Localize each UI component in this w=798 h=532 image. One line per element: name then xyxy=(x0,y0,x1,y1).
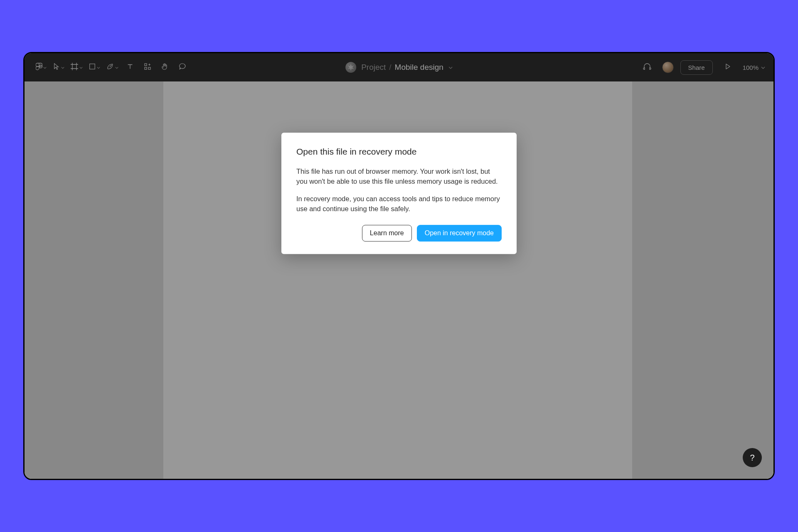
shape-tool-button[interactable] xyxy=(86,59,103,76)
comment-tool-button[interactable] xyxy=(174,59,191,76)
figma-logo-icon xyxy=(36,62,42,73)
text-tool-button[interactable] xyxy=(122,59,138,76)
zoom-value: 100% xyxy=(743,64,759,71)
main-menu-button[interactable] xyxy=(33,59,49,76)
user-avatar[interactable] xyxy=(662,62,674,73)
dialog-body: This file has run out of browser memory.… xyxy=(296,167,502,214)
toolbar-tools xyxy=(33,59,191,76)
chevron-down-icon xyxy=(43,64,47,71)
svg-rect-7 xyxy=(145,67,147,69)
svg-rect-8 xyxy=(148,67,150,69)
pen-tool-button[interactable] xyxy=(103,59,121,76)
dialog-paragraph: This file has run out of browser memory.… xyxy=(296,167,502,187)
resources-icon xyxy=(143,62,152,72)
breadcrumb-project[interactable]: Project xyxy=(361,63,386,72)
frame-tool-button[interactable] xyxy=(68,59,85,76)
audio-huddle-button[interactable] xyxy=(639,59,655,76)
chevron-down-icon[interactable] xyxy=(448,63,453,72)
breadcrumb-separator: / xyxy=(389,63,391,72)
frame-icon xyxy=(70,62,79,72)
cursor-icon xyxy=(53,63,60,72)
move-tool-button[interactable] xyxy=(50,59,67,76)
chevron-down-icon xyxy=(61,64,64,71)
app-window: Project / Mobile design Share xyxy=(23,52,775,480)
question-mark-icon: ? xyxy=(750,453,754,463)
headphones-icon xyxy=(643,62,652,73)
svg-rect-6 xyxy=(145,64,147,66)
comment-icon xyxy=(178,62,187,72)
learn-more-button[interactable]: Learn more xyxy=(362,225,412,241)
hand-icon xyxy=(161,62,169,72)
chevron-down-icon xyxy=(115,64,118,71)
play-icon xyxy=(724,63,731,71)
help-button[interactable]: ? xyxy=(743,448,762,467)
zoom-control[interactable]: 100% xyxy=(743,64,765,71)
dialog-paragraph: In recovery mode, you can access tools a… xyxy=(296,194,502,214)
dialog-actions: Learn more Open in recovery mode xyxy=(296,225,502,241)
present-button[interactable] xyxy=(719,59,736,76)
breadcrumb: Project / Mobile design xyxy=(345,62,453,73)
toolbar-right: Share 100% xyxy=(639,59,765,76)
chevron-down-icon xyxy=(97,64,100,71)
chevron-down-icon xyxy=(761,64,765,71)
svg-rect-5 xyxy=(90,64,95,69)
chevron-down-icon xyxy=(79,64,83,71)
hand-tool-button[interactable] xyxy=(157,59,173,76)
recovery-mode-dialog: Open this file in recovery mode This fil… xyxy=(281,133,517,254)
dialog-title: Open this file in recovery mode xyxy=(296,147,502,157)
share-button[interactable]: Share xyxy=(680,60,713,75)
project-logo-icon xyxy=(345,62,356,73)
rectangle-icon xyxy=(89,63,96,72)
breadcrumb-file-name[interactable]: Mobile design xyxy=(395,63,443,72)
text-icon xyxy=(126,63,134,72)
resources-button[interactable] xyxy=(139,59,156,76)
toolbar: Project / Mobile design Share xyxy=(25,53,773,81)
open-recovery-mode-button[interactable]: Open in recovery mode xyxy=(417,225,502,241)
pen-icon xyxy=(106,62,114,72)
